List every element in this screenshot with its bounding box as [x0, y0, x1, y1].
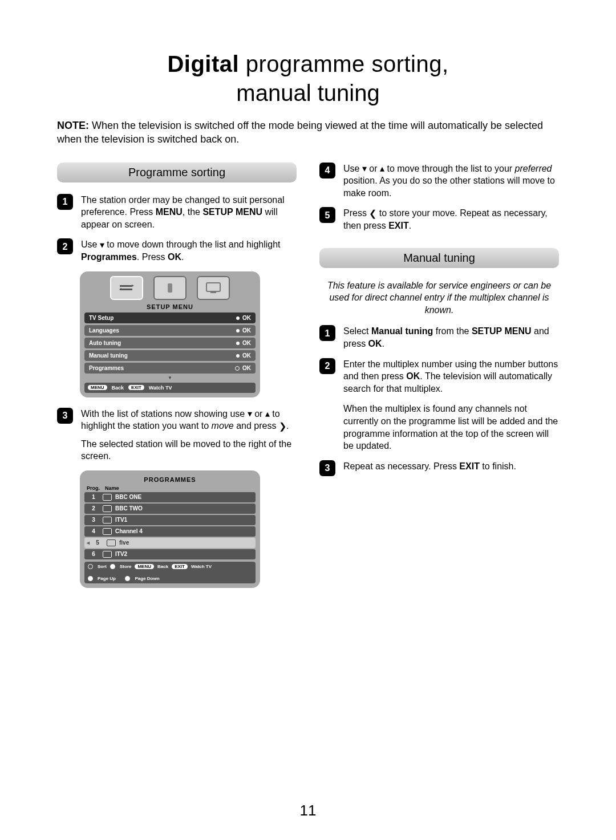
step-2: 2 Use ▾ to move down through the list an… [57, 238, 297, 263]
tab-icon-tools [153, 276, 187, 300]
note: NOTE: When the television is switched of… [57, 119, 559, 147]
section-programme-sorting: Programme sorting [57, 163, 297, 182]
manual-step-3: 3 Repeat as necessary. Press EXIT to fin… [319, 460, 559, 476]
svg-rect-6 [210, 292, 216, 293]
setup-menu-screenshot: SETUP MENU TV SetupOKLanguagesOKAuto tun… [80, 271, 260, 397]
setup-menu-item: Auto tuningOK [84, 338, 256, 348]
step-1: 1 The station order may be changed to su… [57, 194, 297, 231]
setup-menu-item: LanguagesOK [84, 325, 256, 336]
svg-rect-0 [120, 285, 132, 287]
svg-marker-2 [132, 285, 134, 287]
tab-icon-tv [197, 276, 230, 300]
programmes-screenshot: PROGRAMMES Prog.Name 1BBC ONE2BBC TWO3IT… [80, 470, 260, 588]
svg-rect-1 [120, 289, 132, 290]
svg-rect-5 [206, 283, 220, 291]
programme-row: 3ITV1 [84, 515, 256, 525]
tab-icon-setup [110, 276, 143, 300]
programme-row: 4Channel 4 [84, 526, 256, 537]
setup-menu-item: TV SetupOK [84, 313, 256, 323]
page-number: 11 [0, 802, 616, 819]
setup-menu-item: Manual tuningOK [84, 350, 256, 361]
programme-row: 1BBC ONE [84, 492, 256, 502]
step-4: 4 Use ▾ or ▴ to move through the list to… [319, 163, 559, 200]
section-manual-tuning: Manual tuning [319, 248, 559, 268]
manual-step-1: 1 Select Manual tuning from the SETUP ME… [319, 325, 559, 350]
manual-intro: This feature is available for service en… [319, 279, 559, 326]
svg-rect-4 [168, 283, 172, 293]
page-title-line2: manual tuning [57, 80, 559, 106]
step-5: 5 Press ❮ to store your move. Repeat as … [319, 207, 559, 232]
programme-row: ◂5five [84, 538, 256, 548]
manual-step-2: 2 Enter the multiplex number using the n… [319, 358, 559, 452]
programme-row: 6ITV2 [84, 549, 256, 559]
setup-menu-item: ProgrammesOK [84, 363, 256, 374]
programme-row: 2BBC TWO [84, 504, 256, 514]
page-title: Digital programme sorting, [57, 51, 559, 77]
step-3: 3 With the list of stations now showing … [57, 408, 297, 462]
